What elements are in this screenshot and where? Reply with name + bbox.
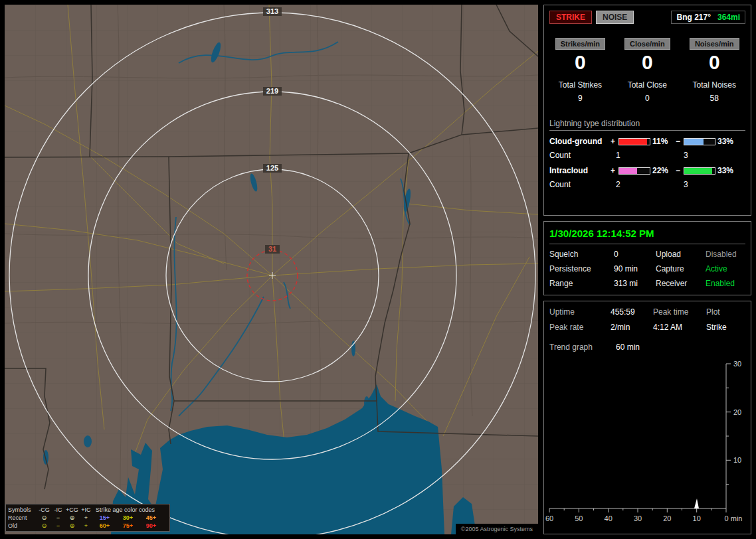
age-45: 45+ (140, 514, 163, 522)
cg-plus-bar (618, 138, 650, 145)
ic-plus-bar (618, 167, 650, 175)
ring-label-313: 313 (266, 7, 278, 15)
age-75: 75+ (116, 522, 140, 530)
range-label: Range (549, 279, 614, 288)
x-tick-30: 30 (634, 514, 642, 522)
copyright-notice: ©2005 Astrogenic Systems (456, 524, 538, 534)
peak-rate-value: 2/min (611, 323, 653, 332)
bearing-display: Bng 217° 364mi (671, 11, 745, 24)
stats-header-row: Uptime 455:59 Peak time Plot (544, 301, 751, 317)
ic-minus-pct: 33% (717, 166, 739, 175)
noises-per-min: Noises/min 0 (681, 37, 748, 74)
cg-minus-count: 3 (684, 151, 688, 160)
peak-time-value: 4:12 AM (653, 323, 706, 332)
status-panel: 1/30/2026 12:14:52 PM Squelch 0 Upload D… (543, 221, 751, 295)
peak-rate-label: Peak rate (549, 323, 611, 332)
upload-label: Upload (656, 250, 706, 259)
total-noises-label: Total Noises (681, 80, 748, 90)
strikes-per-min-chip[interactable]: Strikes/min (555, 38, 605, 50)
receiver-status: Enabled (706, 279, 735, 288)
map-legend: Symbols -CG -IC +CG +IC Strike age color… (5, 504, 170, 532)
age-30: 30+ (116, 514, 140, 522)
ic-minus-count: 3 (684, 180, 688, 189)
uptime-label: Uptime (549, 307, 611, 317)
persistence-label: Persistence (549, 264, 614, 273)
ic-plus-pct: 22% (652, 166, 674, 175)
intracloud-row: Intracloud + 22% − 33% (544, 160, 751, 175)
age-60: 60+ (93, 522, 116, 530)
persistence-capture-row: Persistence 90 min Capture Active (544, 259, 751, 273)
capture-label: Capture (656, 264, 706, 273)
intracloud-count-row: Count 2 3 (544, 175, 751, 189)
noise-mode-button[interactable]: NOISE (596, 11, 634, 24)
x-tick-60: 60 (545, 514, 553, 522)
total-noises: Total Noises 58 (681, 80, 748, 103)
cloud-ground-row: Cloud-ground + 11% − 33% (544, 131, 751, 146)
legend-old-label: Old (8, 522, 37, 530)
trend-graph: 30 20 10 60 50 40 30 20 10 0 min (545, 356, 748, 530)
squelch-value: 0 (614, 250, 656, 259)
noises-per-min-chip[interactable]: Noises/min (690, 38, 739, 50)
datetime-display: 1/30/2026 12:14:52 PM (549, 222, 745, 244)
legend-header-row: Symbols -CG -IC +CG +IC Strike age color… (8, 506, 167, 514)
legend-recent-row: Recent ⊖ − ⊕ + 15+ 30+ 45+ (8, 514, 167, 522)
total-close-value: 0 (614, 94, 681, 103)
trend-graph-label: Trend graph (549, 343, 616, 352)
recent-ncg-icon: ⊖ (37, 514, 51, 522)
legend-recent-label: Recent (8, 514, 37, 522)
bearing-distance: 364mi (717, 13, 740, 22)
close-per-min-value: 0 (614, 51, 681, 74)
lightning-map: 313 219 125 31 Symbols -CG -IC +CG +IC S… (5, 5, 538, 534)
y-tick-20: 20 (733, 408, 741, 416)
mode-row: STRIKE NOISE Bng 217° 364mi (544, 5, 751, 24)
cg-minus-sign: − (674, 137, 682, 146)
peak-time-label: Peak time (653, 307, 706, 317)
legend-age-header: Strike age color codes (93, 506, 167, 514)
cloud-ground-label: Cloud-ground (549, 137, 609, 146)
map-canvas: 313 219 125 31 (5, 5, 538, 534)
x-tick-10: 10 (693, 514, 701, 522)
stats-value-row: Peak rate 2/min 4:12 AM Strike (544, 317, 751, 332)
nexstorm-app: 313 219 125 31 Symbols -CG -IC +CG +IC S… (0, 0, 756, 539)
x-tick-50: 50 (575, 514, 583, 522)
ic-plus-sign: + (609, 166, 616, 175)
intracloud-label: Intracloud (549, 166, 609, 175)
trend-tick-labels: 30 20 10 60 50 40 30 20 10 0 min (545, 360, 742, 522)
ic-minus-sign: − (674, 166, 682, 175)
plot-label: Plot (706, 307, 745, 317)
cg-plus-pct: 11% (652, 137, 674, 146)
strike-mode-button[interactable]: STRIKE (549, 11, 592, 24)
noises-per-min-value: 0 (681, 51, 748, 74)
totals-row: Total Strikes 9 Total Close 0 Total Nois… (544, 74, 751, 103)
age-15: 15+ (93, 514, 116, 522)
recent-nic-icon: − (51, 514, 65, 522)
strikes-per-min-value: 0 (547, 51, 614, 74)
rate-counters: Strikes/min 0 Close/min 0 Noises/min 0 (544, 24, 751, 74)
uptime-value: 455:59 (611, 307, 653, 317)
trend-panel: Uptime 455:59 Peak time Plot Peak rate 2… (543, 301, 751, 534)
total-strikes-label: Total Strikes (547, 80, 614, 90)
old-pic-icon: + (79, 522, 93, 530)
ic-count-label: Count (549, 180, 616, 189)
total-strikes: Total Strikes 9 (547, 80, 614, 103)
y-tick-30: 30 (733, 360, 741, 368)
y-tick-10: 10 (733, 456, 741, 464)
cg-plus-sign: + (609, 137, 616, 146)
squelch-upload-row: Squelch 0 Upload Disabled (544, 244, 751, 259)
x-end-label: 0 min (725, 514, 743, 522)
trend-axes (549, 364, 731, 512)
old-pcg-icon: ⊕ (65, 522, 79, 530)
total-strikes-value: 9 (547, 94, 614, 103)
counters-panel: STRIKE NOISE Bng 217° 364mi Strikes/min … (543, 5, 751, 216)
x-tick-40: 40 (605, 514, 613, 522)
close-per-min-chip[interactable]: Close/min (624, 38, 670, 50)
cloud-ground-count-row: Count 1 3 (544, 146, 751, 160)
ic-plus-count: 2 (616, 180, 684, 189)
legend-col-ncg: -CG (37, 506, 51, 514)
total-close-label: Total Close (614, 80, 681, 90)
old-ncg-icon: ⊖ (37, 522, 51, 530)
cg-minus-pct: 33% (717, 137, 739, 146)
strikes-per-min: Strikes/min 0 (547, 37, 614, 74)
upload-status: Disabled (706, 250, 737, 259)
legend-col-pcg: +CG (65, 506, 79, 514)
